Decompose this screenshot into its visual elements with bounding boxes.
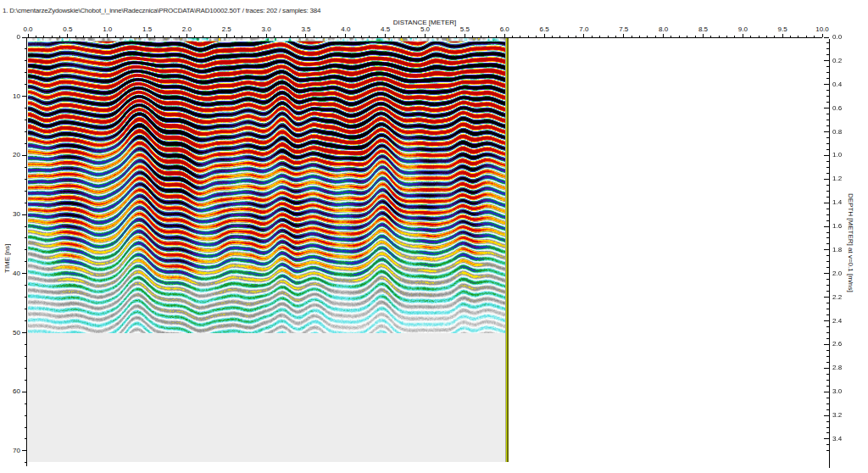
time-major-tick [22, 96, 26, 97]
distance-minor-tick [774, 36, 775, 37]
time-minor-tick [25, 438, 26, 439]
distance-minor-tick [726, 36, 727, 37]
depth-minor-tick [826, 167, 829, 168]
time-minor-tick [25, 309, 26, 309]
distance-minor-tick [441, 36, 442, 37]
depth-minor-tick [826, 191, 829, 192]
depth-minor-tick [826, 78, 829, 79]
distance-major-tick [385, 34, 386, 37]
distance-minor-tick [337, 36, 338, 37]
depth-tick-label: 0.4 [832, 81, 842, 88]
distance-minor-tick [568, 36, 569, 37]
depth-minor-tick [826, 432, 829, 433]
time-major-tick [22, 155, 26, 156]
radargram-canvas [28, 38, 505, 333]
distance-minor-tick [536, 36, 537, 37]
time-minor-tick [25, 72, 26, 73]
distance-minor-tick [250, 36, 251, 37]
depth-minor-tick [826, 350, 829, 351]
time-minor-tick [25, 108, 26, 109]
distance-minor-tick [314, 36, 314, 37]
depth-minor-tick [826, 173, 829, 174]
time-tick-label: 40 [0, 270, 20, 277]
distance-minor-tick [806, 36, 807, 37]
time-minor-tick [25, 297, 26, 298]
distance-minor-tick [123, 36, 124, 37]
distance-minor-tick [814, 36, 815, 37]
distance-tick-label: 4.5 [381, 26, 390, 33]
depth-minor-tick [826, 421, 829, 422]
depth-major-tick [824, 37, 829, 38]
distance-minor-tick [179, 36, 180, 37]
depth-minor-tick [826, 314, 829, 315]
distance-tick-label: 9.5 [778, 26, 787, 33]
distance-minor-tick [401, 36, 402, 37]
distance-minor-tick [218, 36, 219, 37]
depth-minor-tick [826, 237, 829, 238]
time-minor-tick [25, 84, 26, 85]
distance-major-tick [544, 34, 545, 37]
depth-minor-tick [826, 386, 829, 387]
distance-minor-tick [766, 36, 767, 37]
distance-minor-tick [369, 36, 370, 37]
distance-tick-label: 0.0 [23, 26, 32, 33]
depth-major-tick [824, 108, 829, 109]
distance-minor-tick [353, 36, 354, 37]
time-minor-tick [25, 368, 26, 369]
time-major-tick [22, 332, 26, 333]
distance-minor-tick [36, 36, 36, 37]
distance-tick-label: 10.0 [815, 26, 829, 33]
distance-minor-tick [52, 36, 53, 37]
distance-minor-tick [91, 36, 92, 37]
depth-major-tick [824, 368, 829, 369]
distance-tick-label: 6.5 [539, 26, 548, 33]
distance-minor-tick [75, 36, 76, 37]
distance-minor-tick [632, 36, 632, 37]
time-minor-tick [25, 179, 26, 180]
distance-minor-tick [528, 36, 529, 37]
distance-major-tick [107, 34, 108, 37]
distance-minor-tick [496, 36, 497, 37]
time-tick-label: 20 [0, 152, 20, 159]
distance-tick-label: 1.0 [103, 26, 112, 33]
file-info-header: 1. D:\cmentarzeZydowskie\Chobot_i_inne\R… [3, 7, 320, 14]
distance-major-tick [623, 34, 624, 37]
depth-minor-tick [826, 326, 829, 327]
distance-minor-tick [99, 36, 100, 37]
time-tick-label: 30 [0, 211, 20, 218]
time-minor-tick [25, 285, 26, 286]
depth-tick-label: 3.2 [832, 412, 842, 419]
depth-minor-tick [826, 398, 829, 398]
time-tick-label: 70 [0, 448, 20, 454]
depth-major-tick [824, 297, 829, 298]
depth-axis-title: DEPTH [METER] at v=0.1 [m/ns] [847, 193, 854, 312]
distance-tick-label: 3.0 [262, 26, 271, 33]
distance-minor-tick [170, 36, 171, 37]
distance-minor-tick [234, 36, 235, 37]
distance-tick-label: 1.5 [142, 26, 152, 33]
depth-minor-tick [826, 243, 829, 244]
depth-minor-tick [826, 143, 829, 144]
distance-minor-tick [592, 36, 593, 37]
distance-minor-tick [599, 36, 600, 37]
distance-major-tick [226, 34, 227, 37]
distance-minor-tick [790, 36, 791, 37]
time-minor-tick [25, 131, 26, 132]
distance-minor-tick [576, 36, 576, 37]
distance-minor-tick [131, 36, 131, 37]
distance-minor-tick [608, 36, 609, 37]
distance-minor-tick [670, 36, 671, 37]
depth-minor-tick [826, 232, 829, 233]
distance-minor-tick [472, 36, 473, 37]
time-minor-tick [25, 249, 26, 250]
distance-minor-tick [330, 36, 331, 37]
distance-major-tick [28, 34, 29, 37]
distance-minor-tick [377, 36, 378, 37]
depth-minor-tick [826, 285, 829, 286]
distance-major-tick [305, 34, 306, 37]
distance-minor-tick [512, 36, 513, 37]
time-minor-tick [25, 143, 26, 144]
time-minor-tick [25, 403, 26, 404]
distance-minor-tick [759, 36, 760, 37]
depth-minor-tick [826, 185, 829, 186]
